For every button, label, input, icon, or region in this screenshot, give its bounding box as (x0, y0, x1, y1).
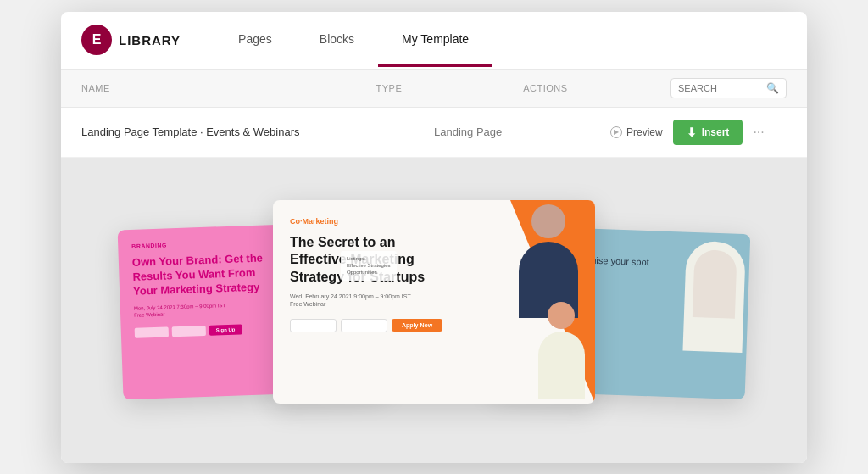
library-title: LIBRARY (119, 33, 181, 47)
center-field-email (341, 319, 387, 332)
card-left-fields: Sign Up (135, 322, 277, 337)
row-actions: ▶ Preview ⬇ Insert ··· (610, 120, 787, 145)
info-line2: Effective Strategies (347, 262, 391, 269)
card-center-right (459, 200, 595, 404)
search-input[interactable] (678, 83, 763, 93)
card-info-box: Listings: Effective Strategies Opportuni… (341, 251, 397, 281)
logo-area: E LIBRARY (81, 25, 181, 55)
card-left-label: BRANDING (131, 238, 274, 249)
info-line3: Opportunities (347, 269, 391, 276)
card-left-title: Own Your Brand: Get the Results You Want… (132, 251, 276, 299)
library-modal: E LIBRARY Pages Blocks My Template NAME … (61, 12, 807, 463)
person-main-head (531, 204, 565, 238)
more-options-button[interactable]: ··· (753, 125, 764, 140)
center-field-name (290, 319, 337, 332)
person-side (531, 302, 591, 395)
nav-tabs: Pages Blocks My Template (214, 14, 787, 67)
flower-inner (693, 249, 737, 319)
col-type-header: TYPE (376, 83, 524, 93)
template-type: Landing Page (434, 125, 610, 138)
elementor-logo-icon: E (81, 25, 112, 55)
col-name-header: NAME (81, 83, 376, 93)
person-side-head (548, 302, 575, 329)
template-name: Landing Page Template · Events & Webinar… (81, 125, 434, 138)
table-header: NAME TYPE ACTIONS 🔍 (61, 70, 807, 108)
person-main (510, 204, 587, 315)
apply-button[interactable]: Apply Now (392, 319, 442, 332)
search-field[interactable]: 🔍 (670, 78, 787, 98)
preview-area: BRANDING Own Your Brand: Get the Results… (61, 158, 807, 463)
card-left-signup[interactable]: Sign Up (209, 324, 242, 335)
col-actions-header: ACTIONS (523, 83, 670, 93)
table-row: Landing Page Template · Events & Webinar… (61, 108, 807, 158)
field-email (172, 325, 206, 336)
person-side-body (538, 332, 585, 399)
card-center: Co·Marketing The Secret to an Effective … (273, 200, 595, 404)
modal-header: E LIBRARY Pages Blocks My Template (61, 12, 807, 70)
insert-button[interactable]: ⬇ Insert (673, 120, 743, 145)
download-icon: ⬇ (687, 125, 697, 139)
tab-my-template[interactable]: My Template (378, 14, 492, 67)
tab-pages[interactable]: Pages (214, 14, 296, 67)
tab-blocks[interactable]: Blocks (296, 14, 378, 67)
template-cards: BRANDING Own Your Brand: Get the Results… (86, 183, 782, 438)
preview-button[interactable]: ▶ Preview (610, 126, 663, 138)
card-right-image (660, 231, 751, 399)
search-icon: 🔍 (766, 82, 779, 94)
eye-icon: ▶ (610, 126, 622, 138)
field-name (135, 326, 169, 337)
info-line1: Listings: (347, 255, 391, 262)
